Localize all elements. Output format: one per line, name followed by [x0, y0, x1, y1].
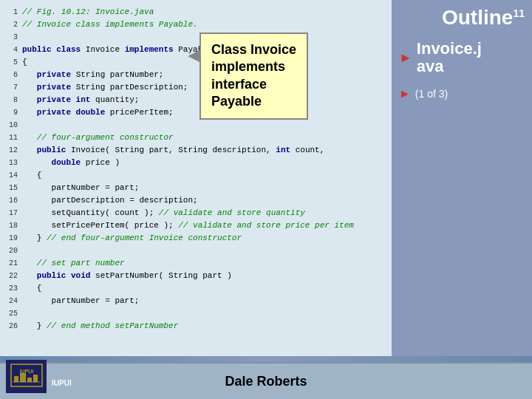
code-line-26: 26 } // end method setPartNumber: [3, 320, 389, 332]
page-arrow-icon: ►: [399, 87, 411, 100]
iupui-label: IUPUI: [52, 379, 72, 387]
code-line-25: 25: [3, 307, 389, 320]
code-line-6: 6 private String partNumber;: [3, 69, 389, 81]
code-line-9: 9 private double pricePerItem;: [3, 106, 389, 119]
main-container: 1 // Fig. 10.12: Invoice.java 2 // Invoi…: [0, 0, 532, 362]
code-line-2: 2 // Invoice class implements Payable.: [3, 18, 389, 31]
code-panel: 1 // Fig. 10.12: Invoice.java 2 // Invoi…: [0, 0, 392, 362]
page-indicator: ► (1 of 3): [392, 81, 532, 106]
code-line-18: 18 setPricePerItem( price ); // validate…: [3, 219, 389, 232]
slide-number: 11: [513, 7, 525, 19]
code-line-3: 3: [3, 31, 389, 44]
file-entry: ► Invoice.java: [392, 34, 532, 81]
right-panel: Outline11 ► Invoice.java ► (1 of 3): [392, 0, 532, 362]
code-line-22: 22 public void setPartNumber( String par…: [3, 270, 389, 282]
svg-text:IUPUI: IUPUI: [19, 369, 33, 374]
code-line-11: 11 // four-argument constructor: [3, 132, 389, 144]
code-line-19: 19 } // end four-argument Invoice constr…: [3, 232, 389, 245]
code-line-15: 15 partNumber = part;: [3, 182, 389, 194]
code-line-8: 8 private int quantity;: [3, 94, 389, 106]
file-name: Invoice.java: [417, 40, 482, 75]
code-line-21: 21 // set part number: [3, 257, 389, 270]
iupui-logo-svg: IUPUI: [8, 361, 45, 389]
svg-rect-7: [33, 375, 38, 382]
outline-title: Outline11: [442, 6, 525, 30]
wave-decoration: [0, 356, 532, 362]
code-line-20: 20: [3, 245, 389, 257]
svg-rect-4: [14, 376, 18, 382]
code-line-16: 16 partDescription = description;: [3, 194, 389, 207]
code-line-12: 12 public Invoice( String part, String d…: [3, 144, 389, 157]
svg-rect-6: [27, 378, 32, 382]
logo-area: IUPUI: [6, 360, 47, 393]
file-arrow-icon: ►: [399, 50, 412, 66]
bottom-bar: IUPUI IUPUI Dale Roberts: [0, 362, 532, 399]
code-line-7: 7 private String partDescription;: [3, 81, 389, 94]
outline-header: Outline11: [392, 0, 532, 34]
code-line-10: 10: [3, 119, 389, 132]
callout-box: Class InvoiceimplementsinterfacePayable: [200, 33, 308, 120]
code-line-17: 17 setQuantity( count ); // validate and…: [3, 207, 389, 219]
code-line-1: 1 // Fig. 10.12: Invoice.java: [3, 6, 389, 18]
page-text: (1 of 3): [415, 88, 448, 100]
logo-inner: IUPUI: [8, 361, 45, 392]
code-line-24: 24 partNumber = part;: [3, 295, 389, 307]
code-line-23: 23 {: [3, 282, 389, 295]
svg-rect-5: [20, 373, 26, 382]
presenter-name: Dale Roberts: [225, 374, 307, 389]
callout-text: Class InvoiceimplementsinterfacePayable: [211, 42, 296, 109]
code-line-13: 13 double price ): [3, 157, 389, 169]
code-line-14: 14 {: [3, 169, 389, 182]
